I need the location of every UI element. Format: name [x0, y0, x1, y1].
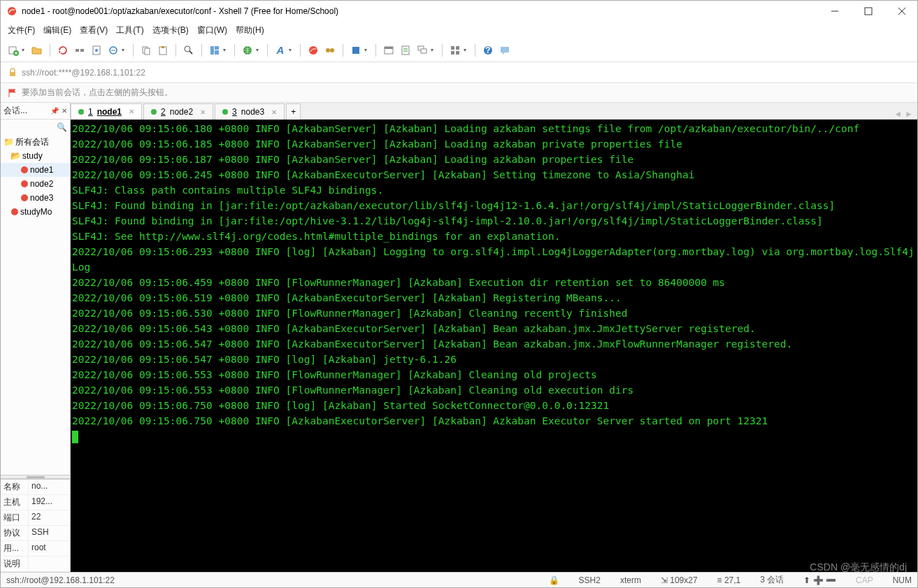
close-panel-icon[interactable]: ✕ — [62, 107, 67, 115]
session-icon — [10, 208, 19, 216]
flag-icon — [8, 88, 17, 98]
xshell-icon[interactable] — [306, 43, 320, 57]
tab-node1[interactable]: 1 node1 ✕ — [71, 103, 142, 120]
tab-next-icon[interactable]: ► — [905, 109, 913, 119]
open-folder-icon[interactable] — [30, 43, 44, 57]
close-button[interactable] — [892, 4, 912, 18]
tree-folder[interactable]: 📂study — [1, 149, 70, 163]
tree-session-node3[interactable]: node3 — [1, 191, 70, 205]
menu-help[interactable]: 帮助(H) — [236, 24, 264, 36]
svg-rect-37 — [456, 46, 459, 50]
svg-point-26 — [326, 48, 330, 52]
svg-rect-39 — [456, 51, 459, 55]
svg-line-20 — [189, 51, 192, 54]
properties-icon[interactable] — [89, 43, 103, 57]
status-dot-icon — [151, 109, 157, 115]
tab-prev-icon[interactable]: ◄ — [894, 109, 902, 119]
svg-point-27 — [330, 48, 334, 52]
menu-view[interactable]: 查看(V) — [80, 24, 108, 36]
menu-tools[interactable]: 工具(T) — [116, 24, 143, 36]
window-icon[interactable] — [382, 43, 396, 57]
session-tree: 📁所有会话 📂study node1 node2 node3 studyMo — [1, 135, 70, 475]
tree-session-node2[interactable]: node2 — [1, 177, 70, 191]
menu-edit[interactable]: 编辑(E) — [43, 24, 71, 36]
blue-tool-icon[interactable] — [349, 43, 363, 57]
minimize-button[interactable] — [825, 4, 845, 18]
chat-icon[interactable] — [498, 43, 512, 57]
svg-point-44 — [21, 180, 28, 187]
script-icon[interactable] — [399, 43, 413, 57]
session-icon — [20, 166, 29, 174]
reconnect-icon[interactable] — [56, 43, 70, 57]
tree-session-node1[interactable]: node1 — [1, 163, 70, 177]
grid-icon[interactable] — [448, 43, 462, 57]
pin-icon[interactable]: 📌 — [50, 107, 59, 115]
svg-rect-18 — [162, 46, 164, 48]
status-term: xterm — [620, 575, 641, 585]
disconnect-icon[interactable] — [73, 43, 87, 57]
svg-point-0 — [8, 7, 16, 15]
font-icon[interactable]: A — [273, 43, 287, 57]
dropdown-icon[interactable]: ▾ — [364, 47, 370, 53]
new-session-icon[interactable] — [6, 43, 20, 57]
tab-bar: 1 node1 ✕ 2 node2 ✕ 3 node3 ✕ + ◄► — [71, 103, 917, 120]
prop-key-user: 用... — [1, 541, 29, 556]
svg-rect-22 — [215, 46, 219, 50]
session-icon — [20, 194, 29, 202]
maximize-button[interactable] — [859, 4, 878, 18]
prop-val-user: root — [29, 541, 70, 556]
tunnel-icon[interactable] — [106, 43, 120, 57]
svg-rect-10 — [80, 49, 84, 52]
cascade-icon[interactable] — [415, 43, 429, 57]
hint-bar: 要添加当前会话，点击左侧的箭头按钮。 — [1, 83, 917, 103]
gears-icon[interactable] — [323, 43, 337, 57]
dropdown-icon[interactable]: ▾ — [289, 47, 294, 53]
tab-node3[interactable]: 3 node3 ✕ — [215, 103, 285, 120]
svg-text:?: ? — [485, 45, 490, 55]
paste-icon[interactable] — [156, 43, 170, 57]
svg-rect-21 — [210, 46, 214, 55]
layout-icon[interactable] — [208, 43, 222, 57]
help-icon[interactable]: ? — [481, 43, 495, 57]
lock-icon — [8, 68, 17, 78]
address-text[interactable]: ssh://root:****@192.168.1.101:22 — [22, 68, 910, 78]
main-area: 1 node1 ✕ 2 node2 ✕ 3 node3 ✕ + ◄► 2022/… — [71, 103, 917, 572]
dropdown-icon[interactable]: ▾ — [122, 47, 127, 53]
status-sessions: 3 会话 — [760, 574, 784, 586]
svg-point-12 — [95, 49, 98, 52]
copy-icon[interactable] — [139, 43, 153, 57]
tab-close-icon[interactable]: ✕ — [129, 108, 134, 115]
svg-rect-38 — [451, 51, 454, 55]
menu-file[interactable]: 文件(F) — [8, 24, 35, 36]
dropdown-icon[interactable]: ▾ — [431, 47, 436, 53]
tab-label: node1 — [97, 107, 122, 117]
dropdown-icon[interactable]: ▾ — [256, 47, 261, 53]
menu-window[interactable]: 窗口(W) — [197, 24, 227, 36]
dropdown-icon[interactable]: ▾ — [22, 47, 27, 53]
globe-icon[interactable] — [241, 43, 254, 57]
title-bar: node1 - root@node001:/opt/azkaban/execut… — [1, 1, 917, 22]
dropdown-icon[interactable]: ▾ — [223, 47, 229, 53]
find-icon[interactable] — [182, 43, 196, 57]
svg-point-25 — [309, 46, 317, 55]
tab-add-button[interactable]: + — [286, 103, 301, 120]
tab-close-icon[interactable]: ✕ — [271, 108, 277, 116]
svg-rect-36 — [451, 46, 454, 50]
status-size: 109x27 — [670, 575, 697, 585]
tree-root[interactable]: 📁所有会话 — [1, 135, 70, 149]
tab-close-icon[interactable]: ✕ — [200, 108, 206, 116]
dropdown-icon[interactable]: ▾ — [464, 47, 469, 53]
terminal[interactable]: 2022/10/06 09:15:06.180 +0800 INFO [Azka… — [71, 120, 917, 572]
sidebar-search[interactable]: 🔍 — [1, 120, 70, 135]
hint-text: 要添加当前会话，点击左侧的箭头按钮。 — [22, 87, 173, 99]
folder-icon: 📁 — [3, 137, 14, 147]
tree-session-studymo[interactable]: studyMo — [1, 205, 70, 219]
menu-tabs[interactable]: 选项卡(B) — [152, 24, 189, 36]
svg-point-43 — [21, 166, 28, 173]
svg-rect-23 — [215, 50, 219, 55]
status-cursor: 27,1 — [724, 575, 740, 585]
tab-node2[interactable]: 2 node2 ✕ — [143, 103, 213, 120]
status-connection: ssh://root@192.168.1.101:22 — [6, 575, 115, 585]
resize-icon: ⇲ — [661, 575, 670, 585]
status-caps: CAP — [856, 575, 873, 585]
